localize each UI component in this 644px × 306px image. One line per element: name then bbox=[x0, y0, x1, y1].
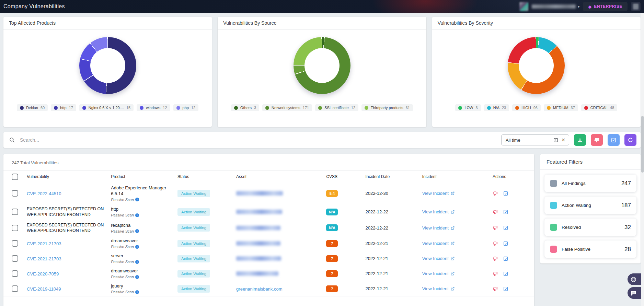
asset-blurred[interactable] bbox=[236, 191, 283, 196]
false-positive-action[interactable] bbox=[493, 191, 498, 196]
view-incident-link[interactable]: View Incident bbox=[422, 225, 493, 231]
asset-blurred[interactable] bbox=[236, 226, 280, 230]
legend-item[interactable]: Nginx 0.6.X < 1.20.... 15 bbox=[79, 104, 134, 111]
cve-link[interactable]: CVE-2019-11049 bbox=[27, 286, 61, 292]
cve-link[interactable]: CVE-2021-21703 bbox=[27, 241, 61, 246]
filter-card-all-findings[interactable]: All Findings 247 bbox=[544, 175, 636, 192]
table-header-row: VulnerabilityProductStatusAssetCVSSIncid… bbox=[3, 170, 534, 183]
info-icon[interactable]: i bbox=[135, 245, 139, 249]
status-badge[interactable]: Action Waiting bbox=[177, 285, 210, 293]
column-header-incident-date: Incident Date bbox=[365, 174, 422, 179]
view-incident-link[interactable]: View Incident bbox=[422, 286, 493, 291]
chevron-down-icon[interactable]: ▾ bbox=[578, 5, 579, 9]
row-checkbox[interactable] bbox=[12, 285, 18, 292]
legend-item[interactable]: N/A 23 bbox=[484, 104, 509, 111]
view-incident-link[interactable]: View Incident bbox=[422, 271, 493, 276]
false-positive-action[interactable] bbox=[493, 209, 498, 215]
view-incident-link[interactable]: View Incident bbox=[422, 241, 493, 246]
status-badge[interactable]: Action Waiting bbox=[177, 224, 210, 232]
chart-title: Vulnerabilities By Severity bbox=[438, 20, 635, 26]
scan-type-label: Passive Scan bbox=[111, 275, 134, 279]
view-incident-link[interactable]: View Incident bbox=[422, 209, 493, 214]
download-button[interactable] bbox=[574, 134, 586, 146]
status-badge[interactable]: Action Waiting bbox=[177, 270, 210, 278]
legend-item[interactable]: HIGH 96 bbox=[512, 104, 541, 111]
status-badge[interactable]: Action Waiting bbox=[177, 190, 210, 197]
donut-hole bbox=[90, 48, 125, 83]
view-incident-link[interactable]: View Incident bbox=[422, 256, 493, 261]
false-positive-action[interactable] bbox=[493, 241, 498, 246]
info-icon[interactable]: i bbox=[135, 198, 139, 201]
info-icon[interactable]: i bbox=[135, 260, 139, 264]
resolve-action[interactable] bbox=[503, 191, 508, 196]
donut-chart-source[interactable] bbox=[294, 37, 350, 94]
enterprise-button[interactable]: ◆ ENTERPRISE bbox=[583, 2, 628, 11]
false-positive-action[interactable] bbox=[493, 271, 498, 276]
row-checkbox[interactable] bbox=[12, 190, 18, 197]
clear-date-icon[interactable]: ✕ bbox=[561, 137, 565, 143]
legend-item[interactable]: http 17 bbox=[51, 104, 76, 111]
info-icon[interactable]: i bbox=[135, 213, 139, 217]
asset-blurred[interactable] bbox=[236, 241, 280, 246]
legend-item[interactable]: Thirdparty products 61 bbox=[361, 104, 413, 111]
false-positive-action[interactable] bbox=[493, 256, 498, 261]
view-incident-link[interactable]: View Incident bbox=[422, 191, 493, 196]
false-positive-action[interactable] bbox=[493, 225, 498, 231]
legend-item[interactable]: CRITICAL 48 bbox=[581, 104, 617, 111]
refresh-button[interactable] bbox=[624, 134, 636, 146]
legend-dot bbox=[515, 106, 519, 110]
calendar-icon[interactable] bbox=[553, 137, 559, 143]
info-icon[interactable]: i bbox=[135, 229, 139, 233]
donut-chart-severity[interactable] bbox=[508, 37, 565, 94]
row-checkbox[interactable] bbox=[12, 225, 18, 231]
username-blurred[interactable] bbox=[532, 4, 576, 9]
row-checkbox[interactable] bbox=[12, 209, 18, 215]
legend-item[interactable]: Network systems 171 bbox=[262, 104, 312, 111]
resolve-bulk-button[interactable] bbox=[608, 134, 620, 146]
resolve-action[interactable] bbox=[503, 271, 508, 276]
legend-item[interactable]: MEDIUM 37 bbox=[544, 104, 578, 111]
legend-dot bbox=[584, 106, 588, 110]
legend-item[interactable]: SSL certificate 12 bbox=[315, 104, 358, 111]
cve-link[interactable]: CVE-2021-21703 bbox=[27, 256, 61, 261]
filter-card-resolved[interactable]: Resolved 32 bbox=[544, 219, 636, 236]
row-checkbox[interactable] bbox=[12, 255, 18, 262]
info-icon[interactable]: i bbox=[135, 290, 139, 294]
row-checkbox[interactable] bbox=[12, 270, 18, 277]
info-icon[interactable]: i bbox=[135, 275, 139, 279]
legend-item[interactable]: php 12 bbox=[173, 104, 199, 111]
legend-item[interactable]: Debian 60 bbox=[17, 104, 48, 111]
search-input[interactable] bbox=[20, 137, 496, 143]
thumbs-down-bulk-button[interactable] bbox=[591, 134, 603, 146]
filter-card-false-positive[interactable]: False Positive 28 bbox=[544, 240, 636, 258]
legend-item[interactable]: Others 3 bbox=[231, 104, 259, 111]
date-range-picker[interactable]: All time ✕ bbox=[501, 134, 569, 145]
asset-blurred[interactable] bbox=[236, 256, 281, 261]
resolve-action[interactable] bbox=[503, 256, 508, 261]
resolve-action[interactable] bbox=[503, 286, 508, 292]
resolve-action[interactable] bbox=[503, 241, 508, 246]
page-scrollbar[interactable] bbox=[641, 13, 644, 306]
avatar[interactable] bbox=[519, 2, 528, 11]
filter-count: 32 bbox=[624, 224, 631, 231]
status-badge[interactable]: Action Waiting bbox=[177, 255, 210, 262]
false-positive-action[interactable] bbox=[493, 286, 498, 292]
status-badge[interactable]: Action Waiting bbox=[177, 208, 210, 216]
legend-item[interactable]: LOW 3 bbox=[455, 104, 481, 111]
scrollbar-thumb[interactable] bbox=[641, 116, 644, 173]
asset-blurred[interactable] bbox=[236, 271, 278, 276]
asset-link[interactable]: greenanimalsbank.com bbox=[236, 286, 282, 292]
resolve-action[interactable] bbox=[503, 225, 508, 231]
filter-card-action-waiting[interactable]: Action Waiting 187 bbox=[544, 197, 636, 214]
donut-chart-products[interactable] bbox=[79, 37, 136, 94]
external-link-icon bbox=[450, 226, 455, 230]
resolve-action[interactable] bbox=[503, 209, 508, 215]
select-all-checkbox[interactable] bbox=[12, 174, 18, 180]
cve-link[interactable]: CVE-2020-7059 bbox=[27, 271, 59, 276]
app-grid-button[interactable] bbox=[631, 2, 641, 11]
row-checkbox[interactable] bbox=[12, 240, 18, 247]
asset-blurred[interactable] bbox=[236, 210, 282, 214]
legend-item[interactable]: windows 12 bbox=[137, 104, 170, 111]
status-badge[interactable]: Action Waiting bbox=[177, 240, 210, 247]
cve-link[interactable]: CVE-2022-44510 bbox=[27, 191, 61, 196]
